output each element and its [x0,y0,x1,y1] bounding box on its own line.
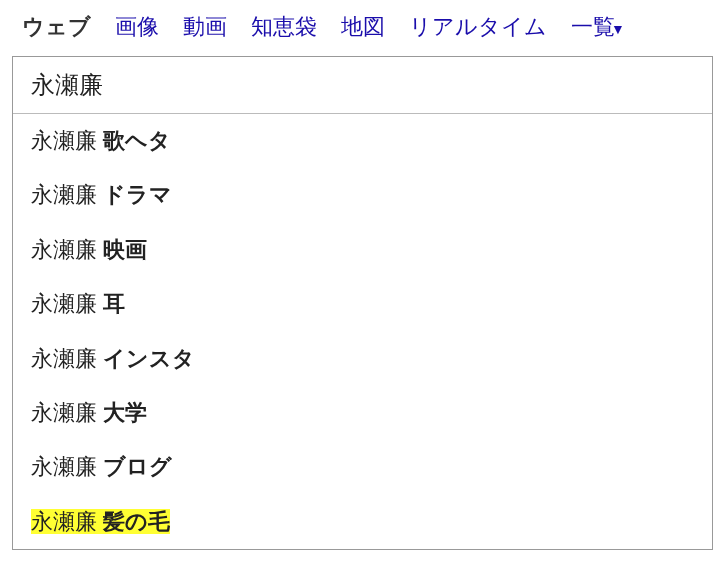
search-box: 永瀬廉 歌ヘタ永瀬廉 ドラマ永瀬廉 映画永瀬廉 耳永瀬廉 インスタ永瀬廉 大学永… [12,56,713,550]
suggestion-extra-text: ブログ [103,454,172,479]
suggestion-base-text: 永瀬廉 [31,237,103,262]
suggestion-extra-text: 映画 [103,237,147,262]
suggestion-base-text: 永瀬廉 [31,128,103,153]
suggestion-base-text: 永瀬廉 [31,346,103,371]
suggestion-base-text: 永瀬廉 [31,291,103,316]
suggestion-base-text: 永瀬廉 [31,454,103,479]
search-input-wrap[interactable] [13,57,712,114]
tab-image[interactable]: 画像 [103,8,171,46]
tab-realtime[interactable]: リアルタイム [397,8,559,46]
tab-map[interactable]: 地図 [329,8,397,46]
suggestion-item[interactable]: 永瀬廉 大学 [13,386,712,440]
suggestions-list: 永瀬廉 歌ヘタ永瀬廉 ドラマ永瀬廉 映画永瀬廉 耳永瀬廉 インスタ永瀬廉 大学永… [13,114,712,549]
tab-list-dropdown[interactable]: 一覧▼ [559,8,637,46]
suggestion-item[interactable]: 永瀬廉 インスタ [13,332,712,386]
search-input[interactable] [31,71,694,99]
suggestion-extra-text: インスタ [103,346,195,371]
tab-chiebukuro[interactable]: 知恵袋 [239,8,329,46]
suggestion-extra-text: ドラマ [103,182,172,207]
suggestion-item[interactable]: 永瀬廉 ブログ [13,440,712,494]
chevron-down-icon: ▼ [611,21,625,37]
suggestion-item[interactable]: 永瀬廉 歌ヘタ [13,114,712,168]
suggestion-extra-text: 歌ヘタ [103,128,171,153]
suggestion-extra-text: 耳 [103,291,125,316]
suggestion-item[interactable]: 永瀬廉 映画 [13,223,712,277]
tab-list-label: 一覧 [571,14,615,39]
suggestion-extra-text: 髪の毛 [103,509,170,534]
suggestion-item[interactable]: 永瀬廉 耳 [13,277,712,331]
suggestion-base-text: 永瀬廉 [31,400,103,425]
suggestion-item[interactable]: 永瀬廉 ドラマ [13,168,712,222]
tab-video[interactable]: 動画 [171,8,239,46]
highlighted-suggestion: 永瀬廉 髪の毛 [31,509,170,534]
suggestion-base-text: 永瀬廉 [31,182,103,207]
suggestion-extra-text: 大学 [103,400,147,425]
suggestion-base-text: 永瀬廉 [31,509,103,534]
tab-web[interactable]: ウェブ [10,8,103,46]
search-category-tabs: ウェブ 画像 動画 知恵袋 地図 リアルタイム 一覧▼ [0,0,725,50]
suggestion-item[interactable]: 永瀬廉 髪の毛 [13,495,712,549]
